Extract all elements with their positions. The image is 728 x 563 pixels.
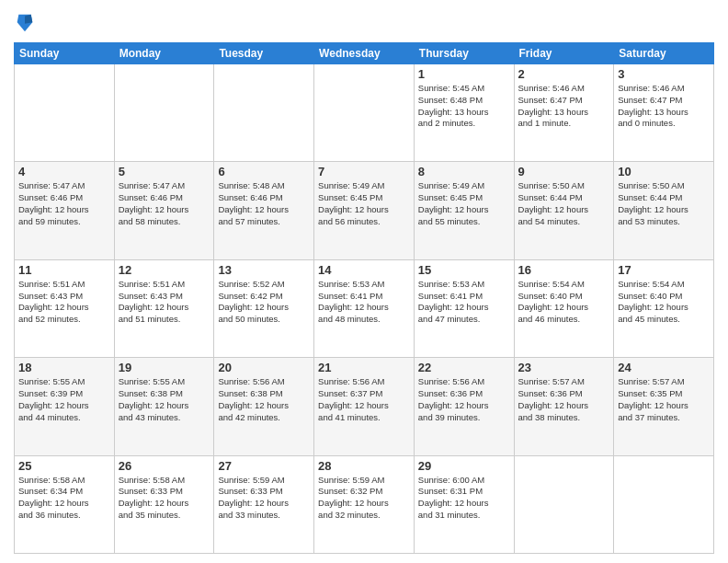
day-info: Sunrise: 5:59 AM Sunset: 6:32 PM Dayligh… <box>318 475 410 522</box>
day-number: 1 <box>418 67 510 81</box>
calendar-cell <box>114 64 214 162</box>
calendar-week-row: 11Sunrise: 5:51 AM Sunset: 6:43 PM Dayli… <box>15 259 714 357</box>
day-info: Sunrise: 5:46 AM Sunset: 6:47 PM Dayligh… <box>518 83 610 130</box>
day-info: Sunrise: 5:51 AM Sunset: 6:43 PM Dayligh… <box>119 279 210 326</box>
calendar-cell: 28Sunrise: 5:59 AM Sunset: 6:32 PM Dayli… <box>314 455 415 553</box>
day-number: 7 <box>318 165 410 178</box>
calendar-cell: 16Sunrise: 5:54 AM Sunset: 6:40 PM Dayli… <box>514 259 614 357</box>
calendar-week-row: 1Sunrise: 5:45 AM Sunset: 6:48 PM Daylig… <box>15 64 714 162</box>
calendar-header-monday: Monday <box>114 43 214 64</box>
calendar-header-wednesday: Wednesday <box>314 43 415 64</box>
day-number: 11 <box>18 263 110 277</box>
calendar-cell <box>214 64 314 162</box>
day-number: 16 <box>518 263 610 277</box>
day-number: 13 <box>218 263 310 277</box>
day-info: Sunrise: 5:53 AM Sunset: 6:41 PM Dayligh… <box>418 279 510 326</box>
calendar-header-friday: Friday <box>514 43 614 64</box>
calendar-cell: 22Sunrise: 5:56 AM Sunset: 6:36 PM Dayli… <box>414 358 514 455</box>
header <box>14 9 714 37</box>
day-info: Sunrise: 5:56 AM Sunset: 6:36 PM Dayligh… <box>418 376 510 423</box>
logo <box>14 13 36 37</box>
day-info: Sunrise: 5:52 AM Sunset: 6:42 PM Dayligh… <box>218 279 310 326</box>
day-number: 3 <box>618 67 710 81</box>
calendar-cell: 14Sunrise: 5:53 AM Sunset: 6:41 PM Dayli… <box>314 259 415 357</box>
calendar-cell: 8Sunrise: 5:49 AM Sunset: 6:45 PM Daylig… <box>414 162 514 259</box>
calendar-cell: 27Sunrise: 5:59 AM Sunset: 6:33 PM Dayli… <box>214 455 314 553</box>
day-number: 24 <box>618 361 710 374</box>
day-number: 6 <box>218 165 310 178</box>
calendar-cell: 21Sunrise: 5:56 AM Sunset: 6:37 PM Dayli… <box>314 358 415 455</box>
day-info: Sunrise: 6:00 AM Sunset: 6:31 PM Dayligh… <box>418 475 510 522</box>
day-info: Sunrise: 5:57 AM Sunset: 6:36 PM Dayligh… <box>518 376 610 423</box>
day-info: Sunrise: 5:50 AM Sunset: 6:44 PM Dayligh… <box>518 180 610 227</box>
day-number: 20 <box>218 361 310 374</box>
day-info: Sunrise: 5:50 AM Sunset: 6:44 PM Dayligh… <box>618 180 710 227</box>
calendar-cell: 2Sunrise: 5:46 AM Sunset: 6:47 PM Daylig… <box>514 64 614 162</box>
day-number: 18 <box>18 361 110 374</box>
day-info: Sunrise: 5:46 AM Sunset: 6:47 PM Dayligh… <box>618 83 710 130</box>
calendar-cell: 4Sunrise: 5:47 AM Sunset: 6:46 PM Daylig… <box>15 162 115 259</box>
day-number: 10 <box>618 165 710 178</box>
calendar-cell: 15Sunrise: 5:53 AM Sunset: 6:41 PM Dayli… <box>414 259 514 357</box>
calendar-cell: 29Sunrise: 6:00 AM Sunset: 6:31 PM Dayli… <box>414 455 514 553</box>
day-info: Sunrise: 5:55 AM Sunset: 6:38 PM Dayligh… <box>119 376 210 423</box>
day-info: Sunrise: 5:48 AM Sunset: 6:46 PM Dayligh… <box>218 180 310 227</box>
page: SundayMondayTuesdayWednesdayThursdayFrid… <box>0 0 728 563</box>
calendar-cell: 23Sunrise: 5:57 AM Sunset: 6:36 PM Dayli… <box>514 358 614 455</box>
day-number: 22 <box>418 361 510 374</box>
day-info: Sunrise: 5:56 AM Sunset: 6:38 PM Dayligh… <box>218 376 310 423</box>
day-info: Sunrise: 5:54 AM Sunset: 6:40 PM Dayligh… <box>518 279 610 326</box>
calendar-week-row: 18Sunrise: 5:55 AM Sunset: 6:39 PM Dayli… <box>15 358 714 455</box>
calendar-header-saturday: Saturday <box>614 43 714 64</box>
calendar-header-row: SundayMondayTuesdayWednesdayThursdayFrid… <box>15 43 714 64</box>
day-number: 14 <box>318 263 410 277</box>
day-info: Sunrise: 5:47 AM Sunset: 6:46 PM Dayligh… <box>119 180 210 227</box>
calendar-cell: 6Sunrise: 5:48 AM Sunset: 6:46 PM Daylig… <box>214 162 314 259</box>
day-number: 15 <box>418 263 510 277</box>
calendar-cell: 1Sunrise: 5:45 AM Sunset: 6:48 PM Daylig… <box>414 64 514 162</box>
day-number: 4 <box>18 165 110 178</box>
day-info: Sunrise: 5:59 AM Sunset: 6:33 PM Dayligh… <box>218 475 310 522</box>
calendar-table: SundayMondayTuesdayWednesdayThursdayFrid… <box>14 42 714 554</box>
calendar-cell: 20Sunrise: 5:56 AM Sunset: 6:38 PM Dayli… <box>214 358 314 455</box>
day-number: 29 <box>418 459 510 473</box>
calendar-cell: 25Sunrise: 5:58 AM Sunset: 6:34 PM Dayli… <box>15 455 115 553</box>
calendar-cell: 24Sunrise: 5:57 AM Sunset: 6:35 PM Dayli… <box>614 358 714 455</box>
day-number: 9 <box>518 165 610 178</box>
day-number: 28 <box>318 459 410 473</box>
day-number: 17 <box>618 263 710 277</box>
calendar-cell <box>15 64 115 162</box>
calendar-cell: 9Sunrise: 5:50 AM Sunset: 6:44 PM Daylig… <box>514 162 614 259</box>
day-info: Sunrise: 5:58 AM Sunset: 6:34 PM Dayligh… <box>18 475 110 522</box>
calendar-cell: 5Sunrise: 5:47 AM Sunset: 6:46 PM Daylig… <box>114 162 214 259</box>
calendar-cell: 7Sunrise: 5:49 AM Sunset: 6:45 PM Daylig… <box>314 162 415 259</box>
day-number: 12 <box>119 263 210 277</box>
calendar-cell: 12Sunrise: 5:51 AM Sunset: 6:43 PM Dayli… <box>114 259 214 357</box>
calendar-cell: 19Sunrise: 5:55 AM Sunset: 6:38 PM Dayli… <box>114 358 214 455</box>
day-number: 26 <box>119 459 210 473</box>
day-number: 25 <box>18 459 110 473</box>
day-number: 5 <box>119 165 210 178</box>
calendar-header-sunday: Sunday <box>15 43 115 64</box>
day-info: Sunrise: 5:55 AM Sunset: 6:39 PM Dayligh… <box>18 376 110 423</box>
day-info: Sunrise: 5:57 AM Sunset: 6:35 PM Dayligh… <box>618 376 710 423</box>
calendar-week-row: 4Sunrise: 5:47 AM Sunset: 6:46 PM Daylig… <box>15 162 714 259</box>
calendar-week-row: 25Sunrise: 5:58 AM Sunset: 6:34 PM Dayli… <box>15 455 714 553</box>
calendar-cell: 17Sunrise: 5:54 AM Sunset: 6:40 PM Dayli… <box>614 259 714 357</box>
calendar-cell: 11Sunrise: 5:51 AM Sunset: 6:43 PM Dayli… <box>15 259 115 357</box>
day-number: 27 <box>218 459 310 473</box>
day-info: Sunrise: 5:58 AM Sunset: 6:33 PM Dayligh… <box>119 475 210 522</box>
calendar-cell: 13Sunrise: 5:52 AM Sunset: 6:42 PM Dayli… <box>214 259 314 357</box>
calendar-header-thursday: Thursday <box>414 43 514 64</box>
day-info: Sunrise: 5:53 AM Sunset: 6:41 PM Dayligh… <box>318 279 410 326</box>
day-number: 23 <box>518 361 610 374</box>
calendar-cell: 26Sunrise: 5:58 AM Sunset: 6:33 PM Dayli… <box>114 455 214 553</box>
day-info: Sunrise: 5:45 AM Sunset: 6:48 PM Dayligh… <box>418 83 510 130</box>
day-info: Sunrise: 5:54 AM Sunset: 6:40 PM Dayligh… <box>618 279 710 326</box>
svg-marker-1 <box>25 15 32 24</box>
day-info: Sunrise: 5:49 AM Sunset: 6:45 PM Dayligh… <box>418 180 510 227</box>
day-info: Sunrise: 5:56 AM Sunset: 6:37 PM Dayligh… <box>318 376 410 423</box>
calendar-cell <box>514 455 614 553</box>
day-info: Sunrise: 5:51 AM Sunset: 6:43 PM Dayligh… <box>18 279 110 326</box>
day-info: Sunrise: 5:49 AM Sunset: 6:45 PM Dayligh… <box>318 180 410 227</box>
